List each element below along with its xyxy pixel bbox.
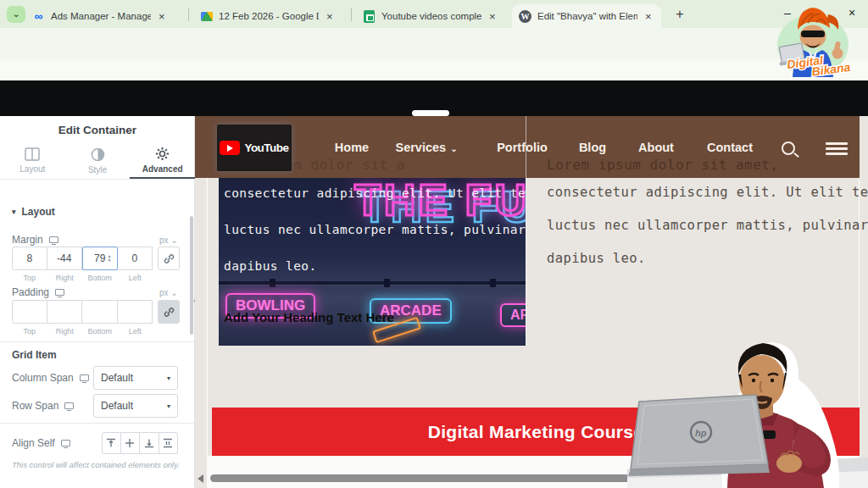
window-close-button[interactable]: ×	[841, 5, 863, 22]
course-banner[interactable]: Digital Marketing Course	[212, 408, 860, 456]
nav-services[interactable]: Services⌄	[395, 141, 457, 154]
column-divider-line	[526, 116, 526, 346]
responsive-desktop-icon[interactable]	[64, 402, 74, 409]
tab-ads-manager[interactable]: ∞ Ads Manager - Manage ads - C ×	[25, 4, 186, 28]
overlay-text-line: dapibus leo.	[224, 259, 317, 273]
tab-google-drive[interactable]: 12 Feb 2026 - Google Drive ×	[193, 4, 348, 28]
site-search-icon[interactable]	[782, 141, 795, 155]
align-self-label-row: Align Self	[12, 437, 70, 449]
tab-label: Layout	[19, 164, 45, 174]
panel-tabs: Layout Style Advanced	[0, 142, 195, 180]
margin-left-input[interactable]	[118, 247, 153, 270]
banner-text: Digital Marketing Course	[428, 422, 644, 442]
tab-close-icon[interactable]: ×	[157, 10, 167, 23]
browser-tab-strip: ⌄ ∞ Ads Manager - Manage ads - C × 12 Fe…	[0, 0, 868, 28]
tab-label: Youtube videos complete topic	[381, 11, 481, 21]
panel-divider	[0, 341, 195, 342]
google-sheets-icon	[363, 10, 376, 23]
tab-separator	[188, 8, 189, 21]
responsive-desktop-icon[interactable]	[49, 236, 58, 243]
new-tab-button[interactable]: +	[670, 5, 690, 24]
app-window: ⌄ ∞ Ads Manager - Manage ads - C × 12 Fe…	[0, 0, 868, 488]
margin-dim-labels: TopRightBottomLeft	[12, 274, 153, 282]
tab-elementor-active[interactable]: W Edit "Bhavya" with Elementor ×	[512, 4, 661, 28]
padding-unit-dropdown[interactable]: px ⌄	[159, 288, 178, 297]
layout-section-toggle[interactable]: ▾ Layout	[12, 206, 55, 218]
select-value: Default	[101, 400, 167, 412]
tab-label: Advanced	[142, 164, 183, 174]
tab-close-icon[interactable]: ×	[643, 10, 654, 23]
text-editor-widget[interactable]: consectetur adipiscing elit. Ut elit tel…	[547, 185, 852, 284]
responsive-desktop-icon[interactable]	[61, 440, 70, 446]
tab-youtube-topics[interactable]: Youtube videos complete topic ×	[356, 4, 507, 28]
heading-placeholder-text[interactable]: Add Your Heading Text Here	[224, 310, 394, 324]
margin-right-input[interactable]	[47, 247, 83, 270]
margin-link-values-button[interactable]	[158, 247, 180, 270]
row-span-label-row: Row Span	[12, 400, 74, 412]
advanced-gear-icon	[155, 147, 170, 161]
horizontal-scrollbar[interactable]	[210, 474, 854, 482]
stepper-arrows-icon[interactable]: ▲▼	[108, 247, 114, 270]
neon-sign-partial: ARC	[500, 303, 526, 327]
padding-inputs	[12, 300, 153, 324]
hscroll-left-arrow[interactable]	[198, 474, 203, 483]
panel-title: Edit Container	[0, 124, 195, 136]
text-line: dapibus leo.	[547, 251, 852, 266]
padding-link-values-button[interactable]	[158, 300, 180, 324]
container-drag-handle[interactable]	[412, 110, 449, 116]
site-hamburger-icon[interactable]	[826, 142, 848, 154]
responsive-desktop-icon[interactable]	[55, 289, 64, 296]
nav-about[interactable]: About	[638, 141, 674, 154]
row-span-label: Row Span	[12, 400, 58, 412]
ghost-text-right: Lorem ipsum dolor sit amet,	[547, 157, 779, 173]
padding-label-row: Padding	[12, 286, 64, 298]
align-self-label: Align Self	[12, 437, 55, 449]
window-minimize-button[interactable]: –	[776, 5, 798, 22]
column-span-select[interactable]: Default ▾	[93, 366, 178, 390]
tab-search-button[interactable]: ⌄	[7, 6, 25, 23]
nav-blog[interactable]: Blog	[579, 141, 606, 154]
panel-scrollbar[interactable]	[190, 216, 193, 335]
section-title: Layout	[22, 206, 55, 218]
panel-divider	[0, 423, 195, 424]
nav-portfolio[interactable]: Portfolio	[497, 141, 548, 154]
site-header[interactable]: um dolor sit a Lorem ipsum dolor sit ame…	[195, 116, 860, 178]
tab-close-icon[interactable]: ×	[325, 10, 335, 23]
align-stretch-button[interactable]	[159, 432, 179, 454]
tab-label: 12 Feb 2026 - Google Drive	[219, 11, 319, 21]
padding-right-input[interactable]	[47, 300, 83, 324]
row-span-select[interactable]: Default ▾	[93, 394, 178, 418]
padding-label: Padding	[12, 286, 49, 298]
padding-top-input[interactable]	[12, 300, 47, 324]
align-center-button[interactable]	[121, 432, 141, 454]
tab-close-icon[interactable]: ×	[487, 10, 498, 23]
chevron-down-icon: ▾	[167, 402, 170, 410]
responsive-desktop-icon[interactable]	[80, 374, 89, 381]
neon-arcade-image[interactable]: THE FUN THE FUN BOWLING ARCADE ARC conse…	[219, 178, 526, 346]
chevron-down-icon: ⌄	[450, 144, 457, 153]
meta-icon: ∞	[32, 10, 45, 23]
wall-pipe	[219, 281, 526, 285]
padding-left-input[interactable]	[118, 300, 153, 324]
ghost-text-left: um dolor sit a	[285, 157, 405, 173]
google-drive-icon	[200, 10, 213, 23]
overlay-text-line: consectetur adipiscing elit. Ut elit tel…	[224, 186, 526, 200]
grid-item-title: Grid Item	[12, 349, 57, 361]
tab-separator	[351, 8, 352, 21]
padding-bottom-input[interactable]	[82, 300, 118, 324]
margin-top-input[interactable]	[12, 247, 47, 270]
margin-unit-dropdown[interactable]: px ⌄	[159, 236, 178, 245]
text-line: consectetur adipiscing elit. Ut elit tel…	[547, 185, 852, 200]
youtube-play-icon	[220, 141, 240, 155]
tab-style[interactable]: Style	[65, 142, 131, 179]
align-start-button[interactable]	[102, 432, 121, 454]
bookmarks-strip	[0, 59, 868, 80]
site-logo[interactable]: YouTube	[217, 125, 292, 171]
margin-label-row: Margin	[12, 234, 58, 246]
nav-home[interactable]: Home	[335, 141, 369, 154]
tab-layout[interactable]: Layout	[0, 142, 65, 179]
align-end-button[interactable]	[140, 432, 159, 454]
nav-contact[interactable]: Contact	[707, 141, 753, 154]
youtube-wordmark: YouTube	[244, 141, 288, 154]
tab-advanced[interactable]: Advanced	[130, 142, 195, 179]
